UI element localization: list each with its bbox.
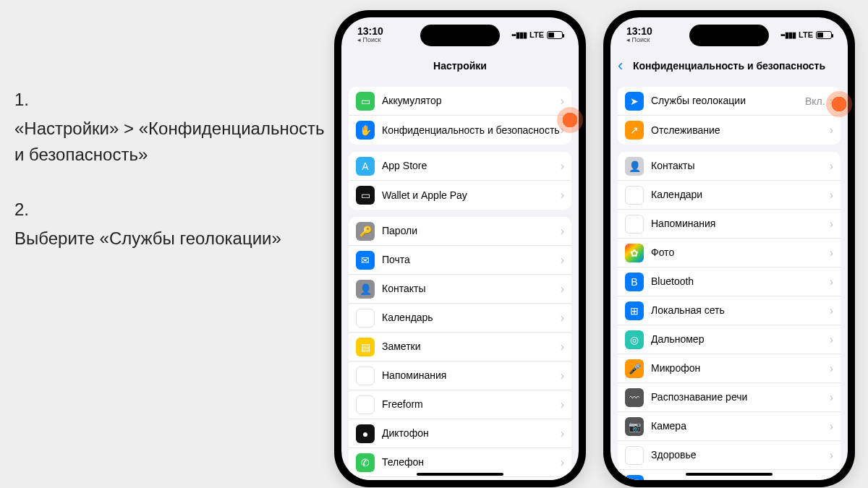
row-icon: 🔑 [356, 222, 375, 241]
chevron-right-icon: › [830, 449, 833, 462]
network-label: LTE [529, 30, 544, 39]
chevron-right-icon: › [830, 362, 833, 375]
settings-list[interactable]: ▭Аккумулятор›✋Конфиденциальность и безоп… [341, 80, 579, 480]
row-label: Распознавание речи [651, 391, 830, 403]
signal-icon: ▪▪▮▮▮ [511, 30, 527, 40]
row-icon: ▦ [356, 309, 375, 328]
settings-row[interactable]: 👤Контакты› [349, 275, 571, 304]
row-label: Заметки [382, 341, 561, 352]
row-label: Wallet и Apple Pay [382, 189, 561, 201]
row-icon: ↗ [625, 121, 644, 140]
privacy-list[interactable]: ➤Службы геолокацииВкл.›↗Отслеживание›👤Ко… [610, 80, 848, 480]
row-label: Микрофон [651, 362, 830, 374]
chevron-right-icon: › [830, 420, 833, 433]
settings-row[interactable]: ▭Аккумулятор› [349, 87, 571, 116]
settings-row[interactable]: 🔑Пароли› [349, 217, 571, 246]
chevron-right-icon: › [830, 478, 833, 481]
row-label: Дальномер [651, 333, 830, 345]
settings-row[interactable]: BBluetooth› [618, 267, 841, 296]
settings-row[interactable]: ▦Календари› [618, 181, 841, 210]
row-icon: ♥ [625, 446, 644, 465]
settings-row[interactable]: 👤Контакты› [618, 152, 841, 181]
home-indicator[interactable] [417, 473, 503, 476]
settings-row[interactable]: ➤Службы геолокацииВкл.› [618, 87, 841, 116]
row-icon: ● [356, 424, 375, 443]
chevron-right-icon: › [561, 312, 564, 325]
row-icon: ✋ [356, 121, 375, 140]
phone-right: 13:10 ◂ Поиск ▪▪▮▮▮ LTE ‹ Конфиденциальн… [603, 10, 855, 487]
status-breadcrumb[interactable]: ◂ Поиск [357, 37, 380, 43]
dynamic-island [420, 25, 500, 46]
row-label: Почта [382, 254, 561, 265]
row-label: Фото [651, 247, 830, 258]
page-title: Конфиденциальность и безопасность [633, 60, 825, 72]
settings-row[interactable]: ◎Дальномер› [618, 325, 841, 354]
settings-row[interactable]: ✉Почта› [349, 246, 571, 275]
settings-row[interactable]: 💬Сообщения› [349, 477, 571, 480]
settings-group: AApp Store›▭Wallet и Apple Pay› [349, 152, 571, 210]
chevron-right-icon: › [830, 189, 833, 202]
row-label: Контакты [651, 160, 830, 171]
row-label: Здоровье [651, 449, 830, 461]
row-label: App Store [382, 160, 561, 171]
row-label: Пароли [382, 225, 561, 236]
row-label: Отслеживание [651, 124, 830, 136]
battery-icon [547, 31, 563, 39]
chevron-right-icon: › [561, 124, 564, 137]
settings-group: ➤Службы геолокацииВкл.›↗Отслеживание› [618, 87, 841, 145]
row-label: Напоминания [382, 369, 561, 381]
chevron-right-icon: › [561, 160, 564, 173]
row-icon: 👤 [625, 157, 644, 176]
chevron-right-icon: › [830, 218, 833, 231]
settings-row[interactable]: ⋮Напоминания› [349, 361, 571, 390]
row-label: Камера [651, 420, 830, 432]
chevron-right-icon: › [561, 283, 564, 296]
home-indicator[interactable] [686, 473, 773, 476]
settings-row[interactable]: 🎤Микрофон› [618, 354, 841, 383]
settings-row[interactable]: ▦Календарь› [349, 304, 571, 333]
settings-row[interactable]: ♥Здоровье› [618, 441, 841, 470]
status-breadcrumb[interactable]: ◂ Поиск [626, 37, 650, 43]
settings-row[interactable]: ▤Заметки› [349, 333, 571, 361]
settings-row[interactable]: ⊞Локальная сеть› [618, 296, 841, 325]
row-icon: 📷 [625, 417, 644, 436]
row-icon: ◎ [625, 330, 644, 349]
row-label: Календари [651, 189, 830, 200]
row-label: Freeform [382, 398, 561, 410]
settings-row[interactable]: 📷Камера› [618, 412, 841, 441]
chevron-right-icon: › [561, 398, 564, 411]
settings-row[interactable]: 〰Freeform› [349, 390, 571, 419]
settings-row[interactable]: ↗Отслеживание› [618, 116, 841, 145]
row-icon: A [356, 157, 375, 176]
back-chevron-icon[interactable]: ‹ [618, 56, 623, 75]
network-label: LTE [799, 30, 813, 39]
chevron-right-icon: › [561, 427, 564, 440]
settings-group: 🔑Пароли›✉Почта›👤Контакты›▦Календарь›▤Зам… [349, 217, 571, 480]
chevron-right-icon: › [561, 225, 564, 238]
settings-row[interactable]: AApp Store› [349, 152, 571, 181]
page-title: Настройки [433, 60, 487, 72]
status-time: 13:10 [626, 26, 652, 37]
chevron-right-icon: › [561, 341, 564, 354]
nav-bar: ‹ Конфиденциальность и безопасность [610, 52, 848, 80]
settings-group: 👤Контакты›▦Календари›⋮Напоминания›✿Фото›… [618, 152, 841, 480]
step1-text: «Настройки» > «Конфиденциальность и безо… [14, 116, 326, 168]
row-label: Телефон [382, 456, 561, 468]
settings-row[interactable]: ✿Фото› [618, 239, 841, 267]
chevron-right-icon: › [561, 456, 564, 469]
settings-row[interactable]: 〰Распознавание речи› [618, 383, 841, 412]
settings-row[interactable]: ✋Конфиденциальность и безопасность› [349, 116, 571, 145]
battery-icon [816, 31, 832, 39]
chevron-right-icon: › [830, 124, 833, 137]
row-icon: ✉ [356, 251, 375, 270]
chevron-right-icon: › [830, 160, 833, 173]
settings-row[interactable]: ●Диктофон› [349, 419, 571, 448]
row-label: Конфиденциальность и безопасность [382, 124, 561, 136]
row-label: Локальная сеть [651, 304, 830, 316]
settings-row[interactable]: ▭Wallet и Apple Pay› [349, 181, 571, 210]
chevron-right-icon: › [830, 333, 833, 346]
row-icon: ≡ [625, 475, 644, 481]
row-label: Bluetooth [651, 275, 830, 287]
signal-icon: ▪▪▮▮▮ [780, 30, 796, 40]
settings-row[interactable]: ⋮Напоминания› [618, 210, 841, 239]
